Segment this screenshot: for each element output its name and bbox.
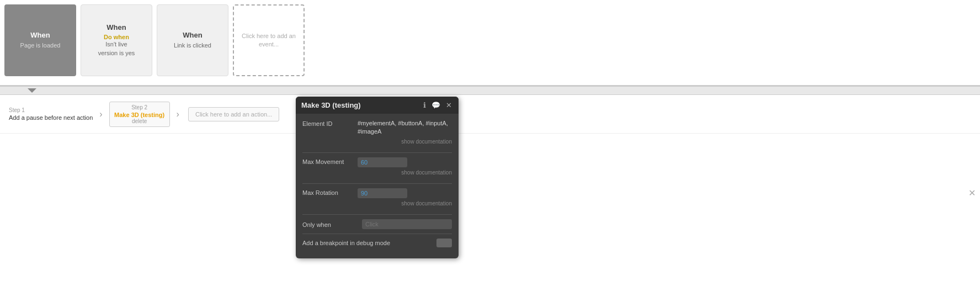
step2-label: Step 2 — [131, 104, 147, 110]
divider-3 — [302, 214, 452, 215]
close-actions-button[interactable]: ✕ — [968, 188, 976, 198]
breakpoint-toggle[interactable] — [436, 239, 452, 247]
max-movement-label: Max Movement — [302, 157, 358, 165]
actions-area: Step 1 Add a pause before next action › … — [0, 95, 980, 134]
breakpoint-row: Add a breakpoint in debug mode — [302, 239, 452, 247]
only-when-label: Only when — [302, 220, 358, 228]
event-card-condition[interactable]: When Do when Isn't liveversion is yes — [81, 4, 152, 76]
card-subtitle-add: Click here to add an event... — [238, 32, 299, 49]
only-when-row: Only when — [302, 219, 452, 229]
divider-bar — [0, 86, 980, 95]
element-id-row: Element ID #myelementA, #buttonA, #input… — [302, 119, 452, 148]
card-subtitle-3: Link is clicked — [174, 41, 211, 50]
step1-content: Add a pause before next action — [9, 114, 93, 121]
events-area: When Page is loaded When Do when Isn't l… — [0, 0, 980, 86]
arrow-down-icon — [28, 88, 36, 93]
card-subtitle-1: Page is loaded — [20, 41, 61, 50]
element-id-label: Element ID — [302, 119, 358, 127]
divider-1 — [302, 152, 452, 153]
divider-2 — [302, 183, 452, 184]
popup-comment-button[interactable]: 💬 — [430, 101, 441, 109]
add-action-button[interactable]: Click here to add an action... — [188, 107, 279, 121]
step2-delete[interactable]: delete — [132, 118, 147, 124]
card-subtitle-2: Isn't liveversion is yes — [98, 40, 135, 57]
max-rotation-input[interactable] — [358, 188, 407, 198]
arrow-right-icon-1: › — [99, 110, 102, 119]
max-movement-inline: Max Movement — [302, 157, 452, 167]
card-title-3: When — [183, 31, 202, 39]
show-doc-1[interactable]: show documentation — [302, 139, 452, 145]
only-when-input[interactable] — [362, 219, 452, 229]
popup-body: Element ID #myelementA, #buttonA, #input… — [296, 114, 459, 253]
make3d-popup: Make 3D (testing) ℹ 💬 ✕ Element ID #myel… — [296, 97, 459, 258]
max-rotation-label: Max Rotation — [302, 188, 358, 196]
element-id-value: #myelementA, #buttonA, #inputA, #imageA — [358, 119, 452, 136]
event-card-add-new[interactable]: Click here to add an event... — [233, 4, 305, 76]
max-rotation-inline: Max Rotation — [302, 188, 452, 198]
event-card-link-clicked[interactable]: When Link is clicked — [157, 4, 228, 76]
show-doc-3[interactable]: show documentation — [302, 200, 452, 206]
show-doc-2[interactable]: show documentation — [302, 170, 452, 176]
card-title-2: When — [106, 23, 126, 31]
step1-box: Step 1 Add a pause before next action — [9, 107, 93, 121]
popup-info-button[interactable]: ℹ — [422, 101, 427, 109]
max-movement-input[interactable] — [358, 157, 407, 167]
card-subtitle-yellow-2: Do when — [104, 34, 129, 40]
arrow-right-icon-2: › — [177, 110, 179, 119]
popup-header: Make 3D (testing) ℹ 💬 ✕ — [296, 97, 459, 114]
max-movement-row: Max Movement show documentation — [302, 157, 452, 179]
divider-4 — [302, 234, 452, 234]
popup-close-button[interactable]: ✕ — [445, 101, 453, 109]
element-id-inline: Element ID #myelementA, #buttonA, #input… — [302, 119, 452, 136]
step2-title: Make 3D (testing) — [114, 112, 164, 118]
popup-title: Make 3D (testing) — [301, 101, 361, 109]
step1-label: Step 1 — [9, 107, 25, 113]
event-card-page-loaded[interactable]: When Page is loaded — [4, 4, 76, 76]
breakpoint-label: Add a breakpoint in debug mode — [302, 240, 390, 246]
max-rotation-row: Max Rotation show documentation — [302, 188, 452, 210]
step2-box[interactable]: Step 2 Make 3D (testing) delete — [109, 102, 170, 127]
popup-header-icons: ℹ 💬 ✕ — [422, 101, 453, 109]
card-title-1: When — [30, 31, 50, 39]
